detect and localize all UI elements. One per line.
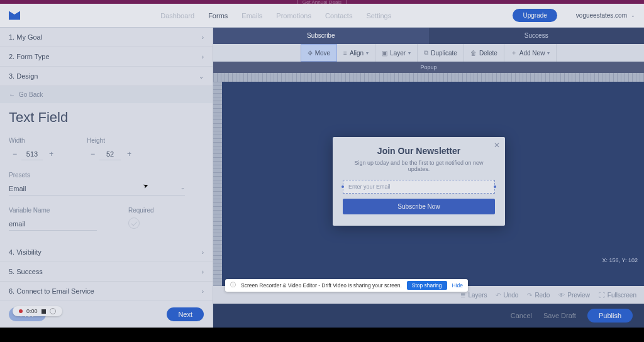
canvas-tab-success[interactable]: Success (429, 28, 645, 44)
footer-preview[interactable]: 👁Preview (558, 292, 590, 299)
domain-dropdown[interactable]: vogueestates.com ⌄ (576, 12, 635, 19)
canvas-type-label: Popup (213, 62, 644, 73)
step-my-goal[interactable]: 1. My Goal› (0, 28, 213, 47)
go-back-label: Go Back (19, 91, 43, 98)
popup-subscribe-button[interactable]: Subscribe Now (343, 199, 495, 214)
align-icon: ≡ (343, 50, 347, 57)
hide-sharing-button[interactable]: Hide (452, 282, 463, 289)
record-time: 0:00 (26, 308, 38, 314)
stop-square-icon[interactable] (42, 309, 46, 314)
required-label: Required (128, 207, 154, 214)
footer-layers[interactable]: ≣Layers (460, 292, 487, 299)
footer-fullscreen[interactable]: ⛶Fullscreen (599, 292, 636, 299)
cancel-button[interactable]: Cancel (511, 312, 532, 319)
duplicate-icon: ⧉ (424, 49, 428, 57)
chevron-right-icon: › (202, 34, 204, 41)
width-increment[interactable]: + (45, 148, 55, 160)
next-button[interactable]: Next (167, 307, 204, 321)
height-decrement[interactable]: − (87, 148, 97, 160)
popup-email-input[interactable]: Enter your Email (343, 180, 495, 194)
step-design[interactable]: 3. Design⌄ (0, 67, 213, 86)
ruler-horizontal (213, 73, 644, 82)
chevron-down-icon: ▾ (547, 50, 550, 56)
tool-move[interactable]: ✥Move (301, 44, 337, 62)
upgrade-button[interactable]: Upgrade (513, 9, 557, 22)
plus-icon: ＋ (511, 48, 517, 57)
trash-icon: 🗑 (470, 50, 477, 57)
width-label: Width (9, 137, 55, 144)
popup-subtitle: Sign up today and be the first to get no… (343, 160, 495, 172)
width-stepper[interactable]: − + (9, 148, 55, 160)
varname-input[interactable] (9, 218, 97, 231)
canvas-toolbar: ✥Move ≡Align ▾ ▣Layer ▾ ⧉Duplicate 🗑Dele… (213, 44, 644, 62)
fullscreen-icon: ⛶ (599, 292, 605, 299)
width-input[interactable] (21, 148, 43, 160)
presets-select[interactable]: Email ⌄ (9, 182, 185, 196)
info-icon: ⓘ (230, 282, 236, 289)
app-header: Dashboard Forms Emails Promotions Contac… (0, 4, 644, 28)
redo-icon: ↷ (527, 292, 532, 299)
tab-contacts[interactable]: Contacts (325, 12, 352, 19)
recorder-pill[interactable]: 0:00 (13, 306, 62, 316)
height-input[interactable] (99, 148, 121, 160)
chevron-down-icon: ▾ (408, 50, 411, 56)
chevron-right-icon: › (202, 249, 204, 256)
chevron-right-icon: › (202, 53, 204, 60)
layers-icon: ≣ (460, 292, 465, 299)
footer-undo[interactable]: ↶Undo (496, 292, 518, 299)
arrow-left-icon: ← (9, 91, 15, 98)
step-connect-email[interactable]: 6. Connect to Email Service› (0, 282, 213, 301)
tab-settings[interactable]: Settings (366, 12, 391, 19)
tab-promotions[interactable]: Promotions (276, 12, 311, 19)
banner-cta-button[interactable]: Get Annual Deals (297, 0, 347, 6)
record-circle-icon[interactable] (50, 308, 56, 314)
design-stage[interactable]: ✕ Join Our Newsletter Sign up today and … (222, 82, 644, 286)
save-draft-button[interactable]: Save Draft (543, 312, 576, 319)
step-form-type[interactable]: 2. Form Type› (0, 47, 213, 67)
step-success[interactable]: 5. Success› (0, 262, 213, 282)
tool-duplicate[interactable]: ⧉Duplicate (418, 44, 464, 62)
canvas-tab-subscribe[interactable]: Subscribe (213, 28, 429, 44)
tool-layer[interactable]: ▣Layer ▾ (375, 44, 418, 62)
tool-delete[interactable]: 🗑Delete (464, 44, 504, 62)
tab-forms[interactable]: Forms (208, 12, 228, 19)
chevron-down-icon: ⌄ (199, 73, 204, 80)
height-increment[interactable]: + (123, 148, 133, 160)
tab-dashboard[interactable]: Dashboard (160, 12, 194, 19)
tab-emails[interactable]: Emails (242, 12, 262, 19)
chevron-down-icon: ▾ (366, 50, 369, 56)
varname-label: Variable Name (9, 207, 97, 214)
panel-title: Text Field (9, 109, 204, 126)
go-back-button[interactable]: ← Go Back (0, 86, 213, 103)
popup-title: Join Our Newsletter (343, 146, 495, 156)
newsletter-popup[interactable]: ✕ Join Our Newsletter Sign up today and … (333, 137, 505, 226)
header-tabs: Dashboard Forms Emails Promotions Contac… (39, 12, 513, 19)
presets-label: Presets (9, 172, 204, 179)
width-decrement[interactable]: − (9, 148, 19, 160)
chevron-down-icon: ⌄ (180, 185, 185, 192)
share-text: Screen Recorder & Video Editor - Drift V… (241, 282, 402, 289)
stop-sharing-button[interactable]: Stop sharing (407, 281, 447, 290)
footer-redo[interactable]: ↷Redo (527, 292, 550, 299)
tool-align[interactable]: ≡Align ▾ (337, 44, 375, 62)
step-visibility[interactable]: 4. Visibility› (0, 243, 213, 262)
height-label: Height (87, 137, 133, 144)
sidebar: 1. My Goal› 2. Form Type› 3. Design⌄ ← G… (0, 28, 213, 328)
ruler-vertical (213, 82, 222, 286)
canvas-coords: X: 156, Y: 102 (602, 257, 638, 263)
domain-label: vogueestates.com (576, 12, 627, 19)
close-icon[interactable]: ✕ (494, 141, 500, 150)
action-bar: Cancel Save Draft Publish (213, 304, 644, 328)
presets-value: Email (9, 185, 26, 192)
crown-logo-icon (9, 11, 20, 20)
height-stepper[interactable]: − + (87, 148, 133, 160)
eye-icon: 👁 (558, 292, 565, 299)
record-dot-icon (19, 309, 23, 313)
chevron-right-icon: › (202, 268, 204, 275)
required-toggle[interactable] (128, 218, 140, 229)
layer-icon: ▣ (382, 50, 387, 57)
chevron-down-icon: ⌄ (631, 13, 635, 18)
tool-add-new[interactable]: ＋Add New ▾ (504, 44, 557, 62)
screen-share-bar: ⓘ Screen Recorder & Video Editor - Drift… (225, 279, 468, 292)
publish-button[interactable]: Publish (587, 309, 633, 323)
